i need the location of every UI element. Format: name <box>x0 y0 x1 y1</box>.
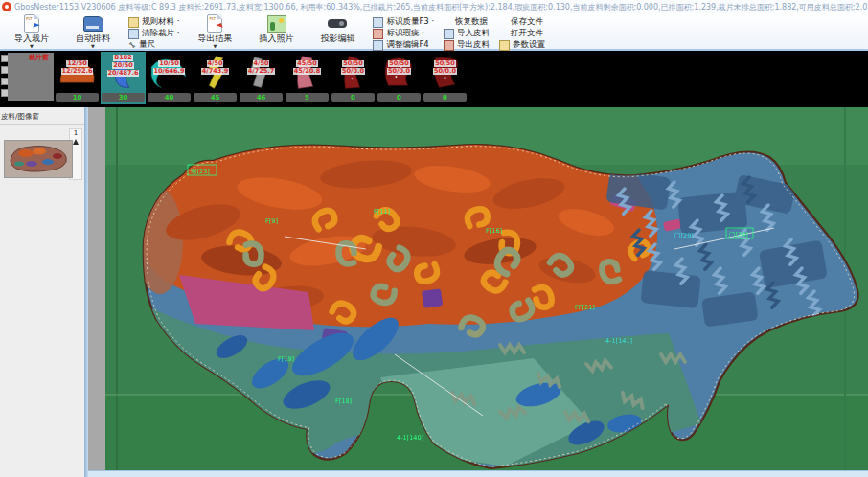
piece-cell[interactable]: 50/5050/0.0 0 <box>377 52 422 104</box>
mark-defect-icon <box>373 29 383 39</box>
piece-cell[interactable]: 45/5045/20.8 5 <box>285 52 330 104</box>
rule-material-item[interactable]: 规则材料 · <box>128 16 179 28</box>
adjust-edit-item[interactable]: 调整编辑F4 <box>373 39 434 51</box>
piece-count-bar: 10 <box>56 93 99 102</box>
projection-edit-icon <box>326 14 349 34</box>
import-pieces-button[interactable]: PLT 导入裁片 ▼ <box>6 14 57 48</box>
svg-text:4-1[140]: 4-1[140] <box>397 434 423 442</box>
dropdown-caret-icon: ▼ <box>30 44 34 48</box>
parameter-settings-item[interactable]: 参数设置 <box>499 39 545 51</box>
import-hide-item[interactable]: 导入皮料 <box>444 28 490 39</box>
mark-defect-item[interactable]: 标识瑕疵 · <box>373 28 434 39</box>
piece-cell[interactable]: 12/5012/292.6 10 <box>55 52 100 104</box>
pieces-window-label: 裁片窗 <box>29 53 49 62</box>
svg-text:F[11]: F[11] <box>374 208 390 216</box>
dropdown-caret-icon: ▼ <box>91 44 95 48</box>
save-file-item[interactable]: 保存文件 <box>499 16 545 28</box>
piece-count-bar: 46 <box>240 93 283 102</box>
canvas-left-margin <box>88 107 105 477</box>
clear-pieces-item[interactable]: 清除裁片 · <box>128 28 179 39</box>
import-hide-icon <box>444 29 454 39</box>
export-hide-item[interactable]: 导出皮料 <box>444 39 490 51</box>
projection-edit-button[interactable]: 投影编辑 <box>311 14 363 44</box>
nesting-canvas[interactable]: 瑕[23] F[9] F[11] F[16] FF[21] F[19] F[18… <box>88 107 868 477</box>
auto-nest-icon <box>81 14 104 34</box>
piece-count-bar: 0 <box>377 93 421 102</box>
hide-thumb-icon <box>73 139 79 145</box>
insert-photo-icon <box>264 14 287 34</box>
insert-photo-button[interactable]: 插入照片 <box>250 14 302 44</box>
svg-text:门[24]: 门[24] <box>729 231 748 238</box>
hide-image-panel-label: 皮料/图像窗 <box>0 107 84 125</box>
title-bar: GbosNester1153.V230606 皮料等级:C 89.3 皮料长:2… <box>0 0 868 13</box>
piece-cell[interactable]: 4/504/725.7 46 <box>239 52 284 104</box>
export-result-icon: PLT <box>203 14 226 34</box>
material-menu-stack: 规则材料 · 清除裁片 · 🔧︎ 量尺 <box>128 14 179 51</box>
open-file-item[interactable]: 打开文件 <box>499 28 545 39</box>
pieces-strip: 裁片窗 12/5012/292.6 10 B182 20/5020/487.6 … <box>0 51 868 107</box>
svg-text:F[18]: F[18] <box>335 398 352 405</box>
svg-text:F[16]: F[16] <box>486 227 502 235</box>
mark-quality-item[interactable]: 标识质量F3 · <box>373 16 434 28</box>
adjust-edit-icon <box>373 40 383 51</box>
piece-cell[interactable]: 50/5050/0.0 0 <box>331 52 376 104</box>
app-logo-icon <box>2 2 11 11</box>
piece-count-bar: 40 <box>148 93 191 102</box>
data-menu-stack: 恢复数据 导入皮料 导出皮料 <box>444 14 490 51</box>
file-menu-stack: 保存文件 打开文件 参数设置 <box>499 14 545 51</box>
hide-thumbnail[interactable] <box>4 140 73 178</box>
dropdown-caret-icon: ▼ <box>213 44 217 48</box>
import-pieces-icon: PLT <box>20 14 43 34</box>
piece-cell[interactable]: 50/5050/0.0 0 <box>423 52 468 104</box>
clear-pieces-icon <box>128 29 139 39</box>
export-hide-icon <box>444 40 454 51</box>
parameter-settings-icon <box>499 40 510 51</box>
piece-cell-selected[interactable]: B182 20/5020/487.6 30 <box>101 52 146 104</box>
piece-count-bar: 0 <box>331 93 375 102</box>
piece-count-bar: 45 <box>194 93 237 102</box>
piece-count-bar: 30 <box>102 93 145 102</box>
piece-count-bar: 0 <box>423 93 467 102</box>
restore-data-item[interactable]: 恢复数据 <box>444 16 490 28</box>
mark-menu-stack: 标识质量F3 · 标识瑕疵 · 调整编辑F4 <box>373 14 434 51</box>
piece-cell[interactable]: 10/5010/646.9 40 <box>147 52 192 104</box>
hide-image-panel: 皮料/图像窗 1 <box>0 107 84 477</box>
svg-text:F[9]: F[9] <box>265 217 278 225</box>
status-bar <box>88 470 868 477</box>
dock-icon-column <box>0 51 8 107</box>
svg-text:FF[21]: FF[21] <box>575 304 595 311</box>
rule-material-icon <box>128 17 139 28</box>
mark-quality-icon <box>373 17 383 28</box>
hide-page-number: 1 <box>74 129 78 137</box>
piece-count-bar: 5 <box>286 93 329 102</box>
svg-text:4-1[141]: 4-1[141] <box>605 337 632 345</box>
piece-cell[interactable]: 4/504/743.9 45 <box>193 52 238 104</box>
auto-nest-button[interactable]: 自动排料 ▼ <box>67 14 119 48</box>
main-toolbar: PLT 导入裁片 ▼ 自动排料 ▼ 规则材料 · 清除裁片 · 🔧︎ 量尺 PL… <box>0 13 868 51</box>
svg-text:门[29]: 门[29] <box>674 232 694 239</box>
svg-text:F[19]: F[19] <box>278 355 294 363</box>
wrench-icon: 🔧︎ <box>128 41 136 50</box>
window-title: GbosNester1153.V230606 皮料等级:C 89.3 皮料长:2… <box>14 2 868 12</box>
export-result-button[interactable]: PLT 导出结果 ▼ <box>189 14 240 48</box>
ruler-item[interactable]: 🔧︎ 量尺 <box>128 39 179 51</box>
svg-text:瑕[23]: 瑕[23] <box>191 168 210 175</box>
